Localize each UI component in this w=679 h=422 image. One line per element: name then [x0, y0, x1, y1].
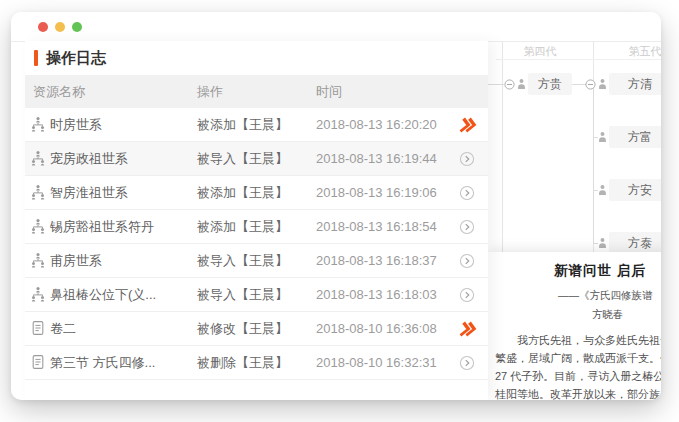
window-titlebar — [11, 12, 661, 42]
lineage-tree-icon — [30, 184, 46, 200]
resource-name: 宠房政祖世系 — [50, 142, 128, 175]
table-row[interactable]: 卷二 被修改【王晨】 2018-08-10 16:36:08 — [25, 312, 488, 346]
expand-row-button[interactable] — [450, 346, 484, 379]
resource-name: 卷二 — [50, 312, 76, 345]
timestamp: 2018-08-13 16:19:06 — [316, 176, 437, 209]
app-window: 第四代 第五代 方贵 方清 方富 方安 方 — [11, 12, 661, 400]
document-preview: 新谱问世 启后 ——《方氏四修族谱 方晓春 我方氏先祖，与众多姓氏先祖一样，于源… — [488, 252, 661, 400]
family-tree-panel: 第四代 第五代 方贵 方清 方富 方安 方 — [496, 42, 661, 252]
operation-text: 被导入【王晨】 — [197, 278, 288, 311]
log-rows: 时房世系 被添加【王晨】 2018-08-13 16:20:20 宠房政祖世系 … — [25, 108, 488, 380]
table-row[interactable]: 宠房政祖世系 被导入【王晨】 2018-08-13 16:19:44 — [25, 142, 488, 176]
column-header-operation: 操作 — [197, 75, 223, 108]
table-row[interactable]: 第三节 方氏四修... 被删除【王晨】 2018-08-10 16:32:31 — [25, 346, 488, 380]
resource-name: 鼻祖椿公位下(义... — [50, 278, 156, 311]
table-row[interactable]: 智房淮祖世系 被添加【王晨】 2018-08-13 16:19:06 — [25, 176, 488, 210]
collapse-node-button[interactable] — [504, 79, 515, 90]
timestamp: 2018-08-13 16:19:44 — [316, 142, 437, 175]
timestamp: 2018-08-13 16:18:54 — [316, 210, 437, 243]
timestamp: 2018-08-10 16:36:08 — [316, 312, 437, 345]
minimize-window-button[interactable] — [55, 22, 65, 32]
document-icon — [30, 320, 46, 336]
close-window-button[interactable] — [38, 22, 48, 32]
timestamp: 2018-08-10 16:32:31 — [316, 346, 437, 379]
paragraph-line: 桂阳等地。改革开放以来，部分族人离乡外出创业， — [495, 385, 661, 400]
expand-row-button[interactable] — [450, 312, 484, 345]
lineage-tree-icon — [30, 252, 46, 268]
document-author: 方晓春 — [592, 308, 661, 322]
paragraph-line: 27 代子孙。目前，寻访入册之椿公支系后裔，数达 — [495, 367, 661, 385]
generation-header: 第五代 — [610, 44, 661, 59]
lineage-tree-icon — [30, 218, 46, 234]
collapse-node-button[interactable] — [585, 79, 596, 90]
document-icon — [30, 354, 46, 370]
resource-name: 甫房世系 — [50, 244, 102, 277]
resource-name: 锡房豁祖世系符丹 — [50, 210, 154, 243]
person-icon — [598, 78, 607, 90]
timestamp: 2018-08-13 16:18:03 — [316, 278, 437, 311]
expand-row-button[interactable] — [450, 244, 484, 277]
column-header-time: 时间 — [316, 75, 342, 108]
person-icon — [517, 78, 526, 90]
table-row[interactable]: 甫房世系 被导入【王晨】 2018-08-13 16:18:37 — [25, 244, 488, 278]
expand-row-button[interactable] — [450, 210, 484, 243]
lineage-tree-icon — [30, 150, 46, 166]
generation-header: 第四代 — [505, 44, 575, 59]
connector-line — [593, 84, 594, 243]
operation-text: 被删除【王晨】 — [197, 346, 288, 379]
expand-row-button[interactable] — [450, 176, 484, 209]
paragraph-line: 繁盛，居域广阔，散成西派千支。仅我椿公自江西繁 — [495, 349, 661, 367]
tree-grid-line — [502, 42, 503, 252]
person-icon — [598, 184, 607, 196]
connector-line — [486, 84, 504, 85]
connector-line — [571, 84, 586, 85]
table-row[interactable]: 鼻祖椿公位下(义... 被导入【王晨】 2018-08-13 16:18:03 — [25, 278, 488, 312]
tree-header-divider — [496, 59, 661, 60]
resource-name: 时房世系 — [50, 108, 102, 141]
expand-row-button[interactable] — [450, 142, 484, 175]
operation-text: 被导入【王晨】 — [197, 244, 288, 277]
operation-text: 被添加【王晨】 — [197, 108, 288, 141]
zoom-window-button[interactable] — [72, 22, 82, 32]
lineage-tree-icon — [30, 116, 46, 132]
document-title: 新谱问世 启后 — [554, 262, 661, 280]
resource-name: 智房淮祖世系 — [50, 176, 128, 209]
person-icon — [598, 237, 607, 249]
lineage-tree-icon — [30, 286, 46, 302]
operation-text: 被添加【王晨】 — [197, 176, 288, 209]
tree-node[interactable]: 方安 — [609, 179, 661, 201]
table-row[interactable]: 锡房豁祖世系符丹 被添加【王晨】 2018-08-13 16:18:54 — [25, 210, 488, 244]
title-accent-bar — [34, 50, 38, 66]
paragraph-line: 我方氏先祖，与众多姓氏先祖一样，于源远流 — [495, 331, 661, 349]
operation-text: 被修改【王晨】 — [197, 312, 288, 345]
table-header-row: 资源名称 操作 时间 — [25, 75, 488, 108]
document-subtitle: ——《方氏四修族谱 — [558, 289, 661, 303]
tree-node[interactable]: 方贵 — [528, 73, 572, 95]
expand-row-button[interactable] — [450, 278, 484, 311]
operation-text: 被添加【王晨】 — [197, 210, 288, 243]
expand-row-button[interactable] — [450, 108, 484, 141]
timestamp: 2018-08-13 16:20:20 — [316, 108, 437, 141]
tree-node[interactable]: 方富 — [609, 126, 661, 148]
person-icon — [598, 131, 607, 143]
panel-header: 操作日志 — [25, 41, 488, 75]
document-paragraph: 我方氏先祖，与众多姓氏先祖一样，于源远流 繁盛，居域广阔，散成西派千支。仅我椿公… — [488, 331, 661, 400]
tree-node[interactable]: 方清 — [609, 73, 661, 95]
column-header-resource: 资源名称 — [33, 75, 85, 108]
resource-name: 第三节 方氏四修... — [50, 346, 155, 379]
timestamp: 2018-08-13 16:18:37 — [316, 244, 437, 277]
panel-title: 操作日志 — [46, 41, 106, 75]
table-row[interactable]: 时房世系 被添加【王晨】 2018-08-13 16:20:20 — [25, 108, 488, 142]
operation-text: 被导入【王晨】 — [197, 142, 288, 175]
screenshot-stage: 第四代 第五代 方贵 方清 方富 方安 方 — [0, 0, 679, 422]
operation-log-panel: 操作日志 资源名称 操作 时间 时房世系 被添加【王晨】 2018-08-13 … — [25, 41, 488, 400]
tree-node[interactable]: 方泰 — [609, 232, 661, 254]
